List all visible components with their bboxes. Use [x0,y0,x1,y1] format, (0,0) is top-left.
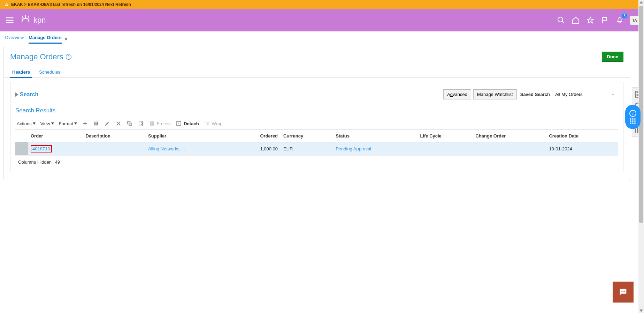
page-title-row: Manage Orders Done [4,52,630,67]
detach-button[interactable]: Detach [176,120,199,127]
search-results-heading: Search Results [15,107,618,114]
th-description[interactable]: Description [83,130,145,142]
search-expand-toggle[interactable]: Search [15,91,38,98]
duplicate-icon[interactable] [93,120,99,127]
format-menu[interactable]: Format [59,121,77,126]
saved-search-select[interactable]: All My Orders [552,90,618,99]
scrollbar-thumb[interactable] [639,6,643,184]
page-title: Manage Orders [10,52,72,61]
delete-icon[interactable] [115,120,122,127]
global-header-left: kpn [5,14,46,26]
actions-menu[interactable]: Actions [17,121,36,126]
tab-overview[interactable]: Overview [5,35,24,44]
wrap-label: Wrap [212,121,223,126]
export-icon[interactable] [127,120,133,127]
th-life-cycle[interactable]: Life Cycle [417,130,473,142]
cell-status: Pending Approval [333,142,417,156]
flag-icon[interactable] [601,16,609,24]
search-control-row: Search Advanced Manage Watchlist Saved S… [15,89,618,99]
hamburger-menu-icon[interactable] [5,15,15,25]
edit-icon[interactable] [104,120,110,127]
info-assistant-tab[interactable]: i [625,105,641,129]
home-icon[interactable] [572,16,580,24]
brand-logo-text: kpn [33,16,46,25]
view-menu[interactable]: View [40,121,54,126]
tab-schedules[interactable]: Schedules [37,67,62,77]
cell-life-cycle [417,142,473,156]
tab-headers[interactable]: Headers [10,67,32,77]
th-creation-date[interactable]: Creation Date [546,130,618,142]
svg-rect-8 [95,122,97,123]
th-ordered[interactable]: Ordered [233,130,281,142]
freeze-button[interactable]: Freeze [149,120,171,127]
wrap-icon [204,120,210,127]
environment-warning-bar: EKAK > EKAK-DEV3 last refresh on 16/01/2… [0,0,644,9]
search-buttons: Advanced Manage Watchlist Saved Search A… [443,89,618,99]
section-tabs: Headers Schedules [4,67,630,78]
saved-search-select-wrap: All My Orders [552,90,618,99]
th-change-order[interactable]: Change Order [473,130,546,142]
main-content: Manage Orders Done Headers Schedules Sea… [3,46,630,180]
clipboard-icon[interactable] [138,120,144,127]
orders-table: Order Description Supplier Ordered Curre… [15,130,618,156]
detach-icon [176,120,182,127]
brand-logo[interactable]: kpn [20,14,46,26]
th-supplier[interactable]: Supplier [145,130,233,142]
row-selector-cell[interactable] [15,142,28,156]
svg-rect-15 [152,121,154,126]
columns-hidden-footer: Columns Hidden 49 [15,156,618,165]
freeze-label: Freeze [157,121,171,126]
results-toolbar: Actions View Format Freeze Detach Wrap [15,120,618,130]
done-button[interactable]: Done [602,52,624,62]
freeze-icon [149,120,155,127]
saved-search-label: Saved Search [520,92,550,97]
page-title-text: Manage Orders [10,52,63,61]
add-icon[interactable] [82,120,88,127]
status-link[interactable]: Pending Approval [336,146,371,151]
svg-rect-9 [95,124,97,124]
dial-pad-icon [630,118,636,124]
svg-rect-14 [150,121,152,126]
cell-supplier: Allinq Networks … [145,142,233,156]
svg-rect-1 [6,5,7,6]
svg-point-4 [28,16,29,17]
caret-down-icon [51,122,54,125]
caret-down-icon [74,122,77,125]
th-order[interactable]: Order [28,130,83,142]
warning-icon [4,2,9,7]
svg-point-2 [22,16,23,17]
detach-label: Detach [184,121,199,126]
search-icon[interactable] [557,16,565,24]
caret-down-icon [33,122,36,125]
cell-order: 4018710 [28,142,83,156]
close-tab-icon[interactable]: ✕ [64,37,68,42]
th-selector [15,130,28,142]
notifications-button[interactable]: 8 [615,16,624,25]
manage-watchlist-button[interactable]: Manage Watchlist [473,89,517,99]
svg-rect-0 [6,4,7,5]
vertical-scrollbar[interactable] [638,0,644,184]
supplier-link[interactable]: Allinq Networks … [148,146,185,151]
table-row[interactable]: 4018710 Allinq Networks … 1,000.00 EUR P… [15,142,618,156]
columns-hidden-label: Columns Hidden [18,159,52,165]
help-icon[interactable] [66,54,72,60]
search-panel: Search Advanced Manage Watchlist Saved S… [10,82,623,172]
triangle-right-icon [15,92,18,97]
advanced-button[interactable]: Advanced [443,89,471,99]
th-currency[interactable]: Currency [281,130,333,142]
global-header-right: 8 TA [557,16,639,25]
environment-warning-text: EKAK > EKAK-DEV3 last refresh on 16/01/2… [11,2,131,7]
notifications-badge: 8 [622,14,627,18]
svg-point-3 [25,15,26,16]
scroll-up-arrow-icon[interactable] [639,1,643,3]
user-avatar[interactable]: TA [630,16,639,25]
search-toggle-label: Search [20,91,38,98]
th-status[interactable]: Status [333,130,417,142]
cell-creation-date: 19-01-2024 [546,142,618,156]
wrap-button[interactable]: Wrap [204,120,223,127]
star-icon[interactable] [586,16,595,24]
info-icon: i [629,110,636,117]
tab-manage-orders[interactable]: Manage Orders [29,35,62,44]
order-link[interactable]: 4018710 [32,146,50,151]
order-highlight-box: 4018710 [31,145,52,152]
